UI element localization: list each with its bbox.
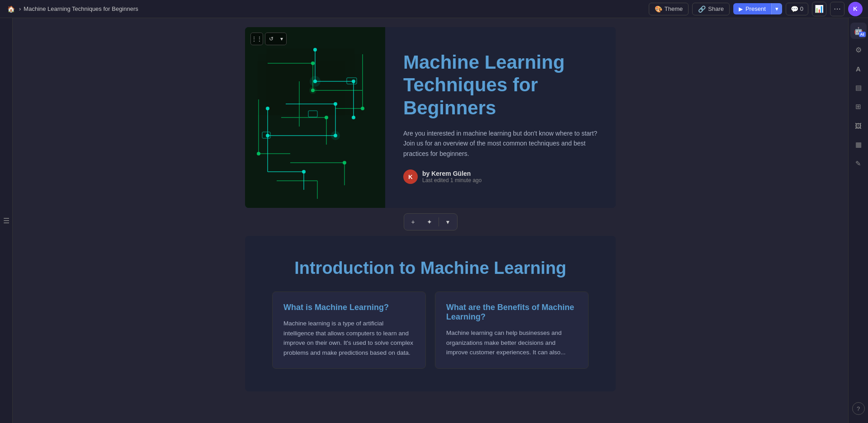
svg-point-38 bbox=[361, 107, 364, 110]
cards-row: What is Machine Learning? Machine learni… bbox=[272, 291, 589, 369]
image-icon: 🖼 bbox=[855, 122, 862, 130]
avatar-initials: K bbox=[853, 5, 857, 12]
sidebar-item-image[interactable]: 🖼 bbox=[850, 118, 867, 134]
slide-wrapper: ⋮⋮ ↺ ▾ bbox=[13, 18, 848, 423]
author-name: by Kerem Gülen bbox=[422, 170, 481, 177]
circuit-svg bbox=[245, 27, 385, 208]
present-button[interactable]: ▶ Present bbox=[733, 3, 771, 14]
share-icon: 🔗 bbox=[698, 5, 706, 13]
sidebar-item-settings[interactable]: ⚙ bbox=[850, 42, 867, 58]
svg-point-42 bbox=[310, 76, 321, 87]
slide-content: Machine Learning Techniques for Beginner… bbox=[385, 27, 616, 208]
slide-options-button[interactable]: ⋮⋮ bbox=[250, 33, 263, 45]
share-button[interactable]: 🔗 Share bbox=[692, 3, 730, 15]
user-avatar[interactable]: K bbox=[848, 2, 863, 16]
card-1-text: Machine learning is a type of artificial… bbox=[283, 319, 415, 357]
slide-toolbar: ⋮⋮ ↺ ▾ bbox=[250, 33, 287, 45]
ai-badge: AI bbox=[859, 32, 866, 37]
add-icon: + bbox=[411, 218, 415, 226]
main-content[interactable]: ⋮⋮ ↺ ▾ bbox=[13, 18, 848, 423]
navbar-right: 🎨 Theme 🔗 Share ▶ Present ▾ 💬 0 📊 ⋯ K bbox=[649, 2, 863, 16]
navbar-left: 🏠 › Machine Learning Techniques for Begi… bbox=[5, 4, 649, 14]
theme-icon: 🎨 bbox=[655, 5, 662, 13]
theme-button[interactable]: 🎨 Theme bbox=[649, 3, 689, 15]
svg-point-31 bbox=[266, 107, 269, 110]
present-dropdown-button[interactable]: ▾ bbox=[771, 3, 782, 14]
svg-point-32 bbox=[302, 170, 306, 174]
slide-layout-button[interactable]: ↺ ▾ bbox=[265, 33, 287, 45]
comment-icon: 💬 bbox=[791, 5, 798, 13]
ai-slide-icon: ✦ bbox=[427, 218, 432, 226]
svg-point-43 bbox=[331, 131, 340, 140]
dropdown-icon: ▾ bbox=[446, 218, 449, 226]
share-label: Share bbox=[708, 5, 724, 12]
svg-point-37 bbox=[257, 152, 260, 155]
card-1-title: What is Machine Learning? bbox=[283, 303, 415, 312]
layout-icon: ↺ bbox=[269, 36, 274, 42]
edit-icon: ✎ bbox=[855, 160, 861, 168]
more-button[interactable]: ⋯ bbox=[830, 2, 844, 16]
sep-divider bbox=[439, 217, 439, 226]
help-button[interactable]: ? bbox=[852, 402, 865, 415]
play-icon: ▶ bbox=[739, 6, 743, 12]
chart-button[interactable]: 📊 bbox=[812, 2, 826, 16]
card-2: What are the Benefits of Machine Learnin… bbox=[435, 291, 589, 369]
slide-description: Are you interested in machine learning b… bbox=[403, 128, 598, 159]
card-1: What is Machine Learning? Machine learni… bbox=[272, 291, 426, 369]
home-icon[interactable]: 🏠 bbox=[5, 4, 16, 14]
breadcrumb-title: Machine Learning Techniques for Beginner… bbox=[24, 5, 138, 12]
sidebar-item-edit[interactable]: ✎ bbox=[850, 155, 867, 172]
svg-point-35 bbox=[325, 116, 328, 119]
slide-title: Machine Learning Techniques for Beginner… bbox=[403, 51, 598, 119]
author-row: K by Kerem Gülen Last edited 1 minute ag… bbox=[403, 169, 598, 184]
slide-image bbox=[245, 27, 385, 208]
slide-1: ⋮⋮ ↺ ▾ bbox=[245, 27, 616, 208]
author-time: Last edited 1 minute ago bbox=[422, 177, 481, 183]
comments-button[interactable]: 💬 0 bbox=[786, 3, 808, 15]
svg-point-30 bbox=[266, 134, 269, 137]
author-avatar: K bbox=[403, 169, 418, 184]
dropdown-button[interactable]: ▾ bbox=[441, 216, 455, 228]
card-2-title: What are the Benefits of Machine Learnin… bbox=[446, 303, 577, 322]
add-slide-button[interactable]: + bbox=[406, 216, 420, 228]
present-group: ▶ Present ▾ bbox=[733, 3, 782, 14]
text-icon: A bbox=[856, 65, 861, 73]
sidebar-item-layers[interactable]: ▤ bbox=[850, 80, 867, 96]
svg-point-28 bbox=[334, 102, 337, 106]
sidebar-item-text[interactable]: A bbox=[850, 61, 867, 77]
sep-buttons: + ✦ ▾ bbox=[404, 213, 458, 230]
layout-arrow: ▾ bbox=[280, 36, 283, 42]
card-2-text: Machine learning can help businesses and… bbox=[446, 328, 577, 357]
sidebar-item-grid[interactable]: ⊞ bbox=[850, 99, 867, 115]
present-label: Present bbox=[745, 5, 766, 12]
help-icon: ? bbox=[857, 405, 860, 412]
navbar: 🏠 › Machine Learning Techniques for Begi… bbox=[0, 0, 868, 18]
breadcrumb-sep: › bbox=[19, 5, 21, 12]
settings-icon: ⚙ bbox=[855, 46, 862, 54]
svg-point-27 bbox=[352, 116, 355, 119]
options-icon: ⋮⋮ bbox=[251, 36, 262, 42]
slide-2: Introduction to Machine Learning What is… bbox=[245, 236, 616, 391]
table-icon: ▦ bbox=[855, 141, 862, 149]
grid-icon: ⊞ bbox=[855, 103, 861, 111]
sidebar-menu-button[interactable]: ☰ bbox=[0, 213, 13, 229]
more-icon: ⋯ bbox=[834, 5, 841, 13]
slide-2-title: Introduction to Machine Learning bbox=[272, 258, 589, 278]
right-sidebar: 🤖 AI ⚙ A ▤ ⊞ 🖼 ▦ ✎ ? bbox=[848, 18, 868, 423]
sidebar-item-ai[interactable]: 🤖 AI bbox=[850, 23, 867, 39]
menu-icon: ☰ bbox=[3, 217, 9, 225]
svg-point-36 bbox=[343, 161, 346, 164]
sidebar-item-table[interactable]: ▦ bbox=[850, 136, 867, 153]
layers-icon: ▤ bbox=[855, 84, 862, 92]
theme-label: Theme bbox=[665, 5, 683, 12]
chart-icon: 📊 bbox=[815, 5, 824, 13]
svg-point-24 bbox=[313, 48, 317, 52]
ai-slide-button[interactable]: ✦ bbox=[422, 216, 437, 228]
left-sidebar: ☰ bbox=[0, 18, 13, 423]
svg-point-44 bbox=[309, 87, 316, 94]
comments-count: 0 bbox=[800, 5, 803, 12]
slide-separator: + ✦ ▾ bbox=[245, 208, 616, 236]
author-initials: K bbox=[408, 174, 412, 180]
author-info: by Kerem Gülen Last edited 1 minute ago bbox=[422, 170, 481, 183]
breadcrumb: › Machine Learning Techniques for Beginn… bbox=[19, 5, 138, 12]
